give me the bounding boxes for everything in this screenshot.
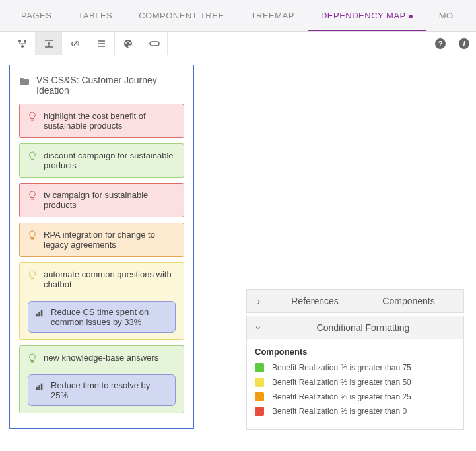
card-panel[interactable]: VS CS&S: Customer Journey Ideation highl… [9,65,194,429]
idea-text: automate common questions with chatbot [44,269,176,289]
idea-text: RPA integration for change to legacy agr… [44,230,176,250]
help-icon: ? [434,38,446,50]
idea-card[interactable]: new knowledge-base answers Reduce time t… [19,345,184,413]
tree-icon [17,38,28,49]
legend-text: Benefit Realization % is greater than 50 [272,378,411,387]
panel-title: VS CS&S: Customer Journey Ideation [36,75,184,96]
metric-card[interactable]: Reduce CS time spent on common issues by… [28,301,176,333]
workspace: VS CS&S: Customer Journey Ideation highl… [0,55,476,442]
legend-row: Benefit Realization % is greater than 25 [255,392,456,401]
side-panel: › References Components › Conditional Fo… [246,289,464,433]
main-tabs: PAGES TABLES COMPONENT TREE TREEMAP DEPE… [0,0,476,32]
lightbulb-icon [28,230,37,240]
folder-icon [19,76,30,87]
palette-icon [123,38,133,49]
svg-rect-12 [38,312,40,316]
svg-rect-11 [36,314,38,316]
svg-point-3 [125,42,127,44]
legend-text: Benefit Realization % is greater than 0 [272,407,407,416]
tab-pages[interactable]: PAGES [8,1,65,31]
list-button[interactable] [88,32,115,55]
tab-more[interactable]: MO [426,1,467,31]
legend-row: Benefit Realization % is greater than 0 [255,407,456,416]
chevron-down-icon: › [254,322,264,333]
svg-rect-16 [41,384,43,390]
legend-row: Benefit Realization % is greater than 50 [255,378,456,387]
chart-icon [35,308,44,318]
status-dot [409,15,413,18]
chevron-right-icon: › [254,296,264,306]
lightbulb-icon [28,191,37,200]
tab-component-tree[interactable]: COMPONENT TREE [125,1,237,31]
tab-treemap[interactable]: TREEMAP [238,1,308,31]
swatch [255,363,264,372]
svg-point-0 [18,40,21,42]
svg-point-5 [129,42,131,44]
lightbulb-icon [28,112,37,121]
svg-rect-13 [41,310,43,317]
chart-icon [35,382,44,391]
accordion-conditional-formatting: › Conditional Formatting Components Bene… [246,316,464,430]
info-icon: i [458,38,470,50]
align-button[interactable] [36,32,62,55]
palette-button[interactable] [115,32,141,55]
info-button[interactable]: i [452,32,476,55]
list-icon [96,38,107,49]
idea-text: discount campaign for sustainable produc… [44,151,176,170]
accordion-header[interactable]: › Conditional Formatting [247,316,463,339]
lightbulb-icon [28,151,37,160]
accordion-label: References [291,296,339,306]
svg-point-1 [24,40,26,42]
legend-row: Benefit Realization % is greater than 75 [255,363,456,372]
swatch [255,392,264,401]
metric-text: Reduce CS time spent on common issues by… [51,307,168,327]
idea-card[interactable]: tv campaign for sustainable products [19,183,184,217]
panel-header: VS CS&S: Customer Journey Ideation [19,75,184,96]
legend-text: Benefit Realization % is greater than 25 [272,392,411,401]
svg-rect-15 [38,385,40,390]
align-icon [44,38,54,49]
link-button[interactable] [62,32,88,55]
metric-card[interactable]: Reduce time to resolve by 25% [28,374,176,406]
link-icon [70,38,81,49]
lightbulb-icon [28,353,37,363]
pill-button[interactable] [141,32,168,55]
accordion-label: Components [382,296,434,306]
metric-text: Reduce time to resolve by 25% [51,380,168,400]
swatch [255,378,264,387]
svg-rect-6 [150,42,159,46]
legend-title: Components [255,347,456,357]
idea-text: tv campaign for sustainable products [44,190,176,210]
svg-point-4 [127,41,129,42]
svg-point-2 [21,45,24,48]
tab-tables[interactable]: TABLES [65,1,125,31]
accordion-references: › References Components [246,289,464,313]
accordion-header[interactable]: › References Components [247,290,463,312]
svg-text:?: ? [438,40,443,48]
idea-text: new knowledge-base answers [44,353,158,363]
idea-card[interactable]: highlight the cost benefit of sustainabl… [19,104,184,138]
svg-rect-14 [36,387,38,390]
help-button[interactable]: ? [428,32,452,55]
tab-dependency-map[interactable]: DEPENDENCY MAP [308,1,426,31]
accordion-label: Conditional Formatting [317,322,410,333]
accordion-body: Components Benefit Realization % is grea… [247,339,463,429]
pill-icon [149,38,160,49]
tree-layout-button[interactable] [9,32,36,55]
toolbar: ? i [0,32,476,55]
idea-text: highlight the cost benefit of sustainabl… [44,111,176,131]
idea-card[interactable]: automate common questions with chatbot R… [19,262,184,340]
swatch [255,407,264,416]
idea-card[interactable]: RPA integration for change to legacy agr… [19,223,184,257]
idea-card[interactable]: discount campaign for sustainable produc… [19,143,184,178]
lightbulb-icon [28,270,37,279]
legend-text: Benefit Realization % is greater than 75 [272,363,411,372]
